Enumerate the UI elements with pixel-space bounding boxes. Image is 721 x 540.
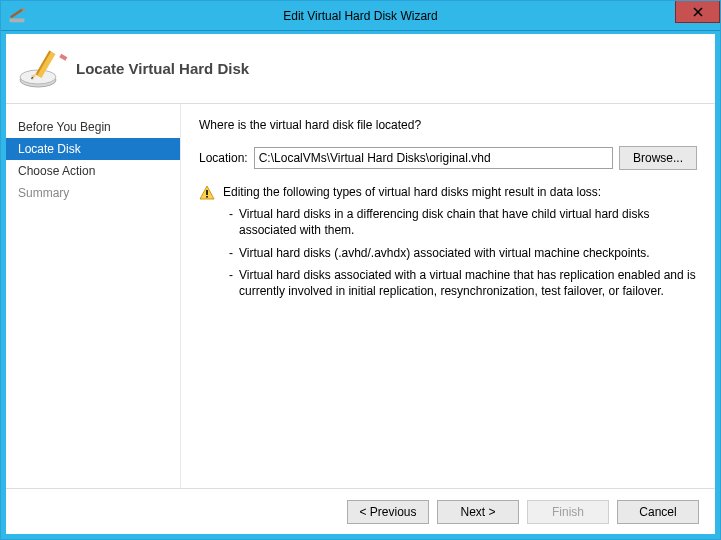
sidebar-item-locate-disk[interactable]: Locate Disk xyxy=(6,138,180,160)
svg-rect-14 xyxy=(206,196,208,198)
content-area: Locate Virtual Hard Disk Before You Begi… xyxy=(1,31,720,539)
wizard-header: Locate Virtual Hard Disk xyxy=(6,34,715,104)
next-button[interactable]: Next > xyxy=(437,500,519,524)
wizard-window: Edit Virtual Hard Disk Wizard Locate Vir… xyxy=(0,0,721,540)
sidebar-item-choose-action[interactable]: Choose Action xyxy=(6,160,180,182)
main-panel: Where is the virtual hard disk file loca… xyxy=(181,104,715,488)
svg-rect-11 xyxy=(59,53,67,60)
disk-pencil-icon xyxy=(18,48,68,90)
sidebar-item-summary[interactable]: Summary xyxy=(6,182,180,204)
warning-block: Editing the following types of virtual h… xyxy=(199,184,697,299)
titlebar[interactable]: Edit Virtual Hard Disk Wizard xyxy=(1,1,720,31)
warning-content: Editing the following types of virtual h… xyxy=(223,184,697,299)
wizard-footer: < Previous Next > Finish Cancel xyxy=(6,488,715,534)
prompt-text: Where is the virtual hard disk file loca… xyxy=(199,118,697,132)
warning-list: Virtual hard disks in a differencing dis… xyxy=(223,206,697,299)
previous-button[interactable]: < Previous xyxy=(347,500,429,524)
wizard-body: Before You Begin Locate Disk Choose Acti… xyxy=(6,104,715,488)
page-title: Locate Virtual Hard Disk xyxy=(76,60,249,77)
warning-item: Virtual hard disks (.avhd/.avhdx) associ… xyxy=(223,245,697,261)
location-row: Location: Browse... xyxy=(199,146,697,170)
cancel-button[interactable]: Cancel xyxy=(617,500,699,524)
location-label: Location: xyxy=(199,151,248,165)
finish-button: Finish xyxy=(527,500,609,524)
window-title: Edit Virtual Hard Disk Wizard xyxy=(1,9,720,23)
location-input[interactable] xyxy=(254,147,613,169)
svg-rect-13 xyxy=(206,190,208,195)
warning-item: Virtual hard disks associated with a vir… xyxy=(223,267,697,299)
step-sidebar: Before You Begin Locate Disk Choose Acti… xyxy=(6,104,181,488)
sidebar-item-before-you-begin[interactable]: Before You Begin xyxy=(6,116,180,138)
browse-button[interactable]: Browse... xyxy=(619,146,697,170)
close-button[interactable] xyxy=(675,1,720,23)
warning-icon xyxy=(199,185,215,201)
warning-intro: Editing the following types of virtual h… xyxy=(223,184,697,200)
warning-item: Virtual hard disks in a differencing dis… xyxy=(223,206,697,238)
